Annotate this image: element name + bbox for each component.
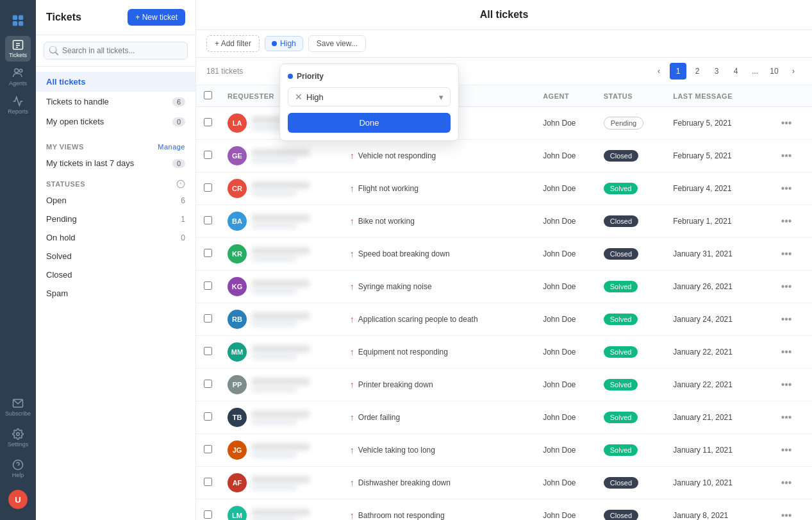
- table-row[interactable]: MM ↑ Equipment not responding John Doe S…: [196, 336, 812, 369]
- status-badge: Solved: [604, 281, 638, 292]
- rail-reports[interactable]: Reports: [5, 92, 31, 118]
- tickets-label: Tickets: [9, 52, 27, 58]
- row-checkbox[interactable]: [204, 445, 212, 453]
- svg-rect-0: [13, 15, 17, 20]
- avatar: PP: [228, 375, 247, 394]
- rail-tickets[interactable]: Tickets: [5, 36, 31, 62]
- row-checkbox[interactable]: [204, 249, 212, 257]
- requester-cell: KG: [228, 277, 335, 296]
- row-more-button[interactable]: •••: [777, 247, 796, 261]
- table-row[interactable]: PP ↑ Printer breaking down John Doe Solv…: [196, 369, 812, 401]
- row-checkbox[interactable]: [204, 412, 212, 421]
- table-row[interactable]: GE ↑ Vehicle not responding John Doe Clo…: [196, 140, 812, 172]
- priority-arrow-icon: ↑: [350, 281, 354, 292]
- next-page-button[interactable]: ›: [785, 63, 802, 80]
- status-list: Open6Pending1On hold0SolvedClosedSpam: [36, 191, 195, 303]
- row-checkbox[interactable]: [204, 151, 212, 159]
- table-row[interactable]: TB ↑ Order failing John Doe Solved Janua…: [196, 401, 812, 434]
- table-row[interactable]: JG ↑ Vehicle taking too long John Doe So…: [196, 434, 812, 467]
- tickets-tbody: LA ↑ Vehicle not responding John Doe Pen…: [196, 107, 812, 521]
- table-row[interactable]: KR ↑ Speed boat breaking down John Doe C…: [196, 238, 812, 271]
- sidebar-status-open[interactable]: Open6: [36, 191, 195, 210]
- status-cell: Closed: [596, 467, 665, 499]
- agent-col-header: AGENT: [535, 85, 596, 107]
- sidebar-item-my-open-tickets[interactable]: My open tickets 0: [36, 112, 195, 131]
- avatar: CR: [228, 179, 247, 198]
- agent-cell: John Doe: [535, 369, 596, 401]
- sidebar-item-all-tickets[interactable]: All tickets: [36, 72, 195, 92]
- row-checkbox[interactable]: [204, 314, 212, 323]
- manage-views-link[interactable]: Manage: [158, 143, 185, 151]
- tickets-to-handle-badge: 6: [172, 97, 185, 106]
- page-10-button[interactable]: 10: [766, 63, 783, 80]
- page-1-button[interactable]: 1: [670, 63, 686, 80]
- page-4-button[interactable]: 4: [727, 63, 744, 80]
- status-cell: Solved: [596, 401, 665, 434]
- table-row[interactable]: AF ↑ Dishwasher breaking down John Doe C…: [196, 467, 812, 499]
- row-checkbox[interactable]: [204, 281, 212, 290]
- last-message-cell: February 4, 2021: [665, 172, 769, 205]
- priority-select[interactable]: ✕ High ▾: [288, 87, 451, 106]
- row-checkbox[interactable]: [204, 216, 212, 224]
- table-row[interactable]: LM ↑ Bathroom not responding John Doe Cl…: [196, 499, 812, 521]
- row-more-button[interactable]: •••: [777, 149, 796, 163]
- table-row[interactable]: KG ↑ Syringe making noise John Doe Solve…: [196, 271, 812, 303]
- sidebar-status-solved[interactable]: Solved: [36, 247, 195, 265]
- subject-cell: ↑ Order failing: [350, 412, 527, 423]
- user-avatar[interactable]: U: [5, 487, 31, 512]
- rail-help[interactable]: Help: [5, 456, 31, 482]
- table-row[interactable]: BA ↑ Bike not working John Doe Closed Fe…: [196, 205, 812, 238]
- sidebar-status-on-hold[interactable]: On hold0: [36, 228, 195, 247]
- row-more-button[interactable]: •••: [777, 410, 796, 424]
- row-more-button[interactable]: •••: [777, 345, 796, 359]
- sidebar-status-closed[interactable]: Closed: [36, 265, 195, 284]
- my-open-tickets-label: My open tickets: [46, 117, 104, 126]
- row-checkbox[interactable]: [204, 183, 212, 192]
- priority-done-button[interactable]: Done: [288, 113, 451, 133]
- table-row[interactable]: CR ↑ Flight not working John Doe Solved …: [196, 172, 812, 205]
- row-checkbox[interactable]: [204, 380, 212, 388]
- rail-agents[interactable]: Agents: [5, 64, 31, 90]
- filter-high-tag[interactable]: High: [265, 36, 303, 51]
- new-ticket-button[interactable]: + New ticket: [128, 9, 185, 26]
- rail-subscribe[interactable]: Subscribe: [5, 394, 31, 420]
- prev-page-button[interactable]: ‹: [650, 63, 667, 80]
- add-filter-button[interactable]: + Add filter: [206, 35, 260, 52]
- row-more-button[interactable]: •••: [777, 280, 796, 294]
- sidebar-status-pending[interactable]: Pending1: [36, 210, 195, 228]
- clear-priority-button[interactable]: ✕: [295, 92, 302, 102]
- row-more-button[interactable]: •••: [777, 214, 796, 228]
- row-more-button[interactable]: •••: [777, 181, 796, 196]
- sidebar-status-spam[interactable]: Spam: [36, 284, 195, 303]
- row-more-button[interactable]: •••: [777, 476, 796, 490]
- priority-arrow-icon: ↑: [350, 445, 354, 455]
- table-row[interactable]: RB ↑ Application scaring people to death…: [196, 303, 812, 336]
- last-message-cell: January 8, 2021: [665, 499, 769, 521]
- agent-cell: John Doe: [535, 401, 596, 434]
- row-checkbox[interactable]: [204, 478, 212, 486]
- requester-cell: KR: [228, 244, 335, 264]
- row-checkbox[interactable]: [204, 347, 212, 355]
- rail-settings[interactable]: Settings: [5, 425, 31, 451]
- row-checkbox[interactable]: [204, 510, 212, 519]
- page-3-button[interactable]: 3: [708, 63, 725, 80]
- subject-cell: ↑ Dishwasher breaking down: [350, 478, 527, 488]
- page-2-button[interactable]: 2: [689, 63, 706, 80]
- sidebar-item-my-tickets-last-days[interactable]: My tickets in last 7 days 0: [36, 153, 195, 173]
- my-open-tickets-badge: 0: [172, 117, 185, 126]
- toolbar: + Add filter High Save view... Priority …: [196, 30, 812, 58]
- row-more-button[interactable]: •••: [777, 116, 796, 130]
- search-input[interactable]: [44, 42, 188, 60]
- row-more-button[interactable]: •••: [777, 312, 796, 326]
- sidebar-item-tickets-to-handle[interactable]: Tickets to handle 6: [36, 92, 195, 112]
- row-more-button[interactable]: •••: [777, 378, 796, 392]
- row-more-button[interactable]: •••: [777, 443, 796, 457]
- select-all-checkbox[interactable]: [204, 91, 212, 99]
- status-cell: Solved: [596, 369, 665, 401]
- save-view-button[interactable]: Save view...: [308, 35, 366, 52]
- row-checkbox[interactable]: [204, 118, 212, 126]
- svg-point-11: [17, 433, 20, 436]
- status-cell: Closed: [596, 205, 665, 238]
- row-more-button[interactable]: •••: [777, 508, 796, 520]
- ticket-count: 181 tickets: [206, 67, 243, 76]
